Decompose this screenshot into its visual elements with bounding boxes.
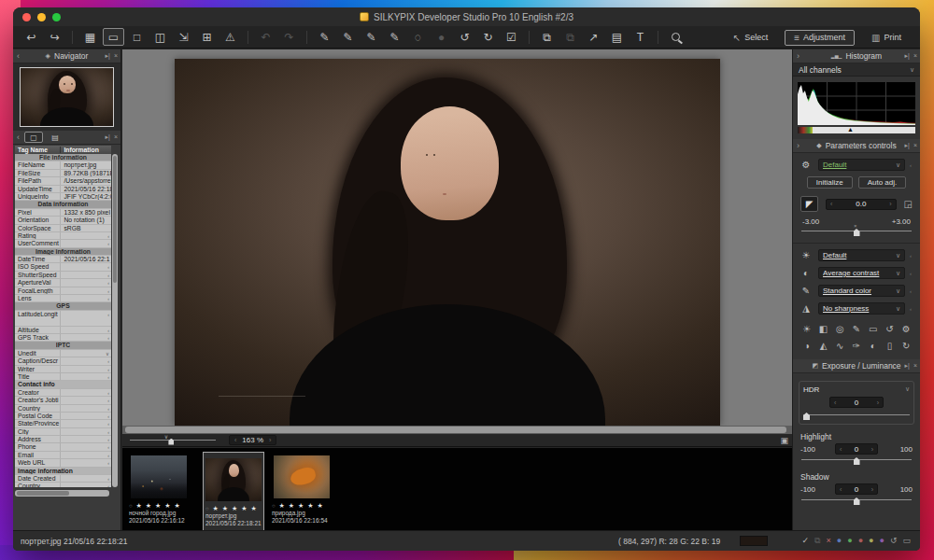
- table-row[interactable]: UserComment ‹: [15, 240, 111, 247]
- marker-yellow-icon[interactable]: ●: [869, 537, 873, 545]
- spinner-increase-icon[interactable]: ›: [871, 486, 873, 493]
- close-panel-icon[interactable]: ×: [114, 133, 118, 141]
- marking-pen-2-icon[interactable]: ✎: [337, 28, 359, 46]
- selection-frame-icon[interactable]: ◌: [407, 28, 429, 46]
- fullscreen-mode-icon[interactable]: ⇲: [173, 28, 194, 46]
- warning-display-icon[interactable]: ⚠: [219, 28, 241, 46]
- preset-dropdown[interactable]: Default ∨: [818, 159, 905, 171]
- white-balance-dropdown[interactable]: Default ∨: [818, 249, 905, 261]
- float-panel-icon[interactable]: ▸|: [905, 362, 910, 370]
- table-row[interactable]: ShutterSpeed ‹: [15, 272, 111, 279]
- spinner-decrease-icon[interactable]: ‹: [834, 399, 836, 406]
- folder-tab[interactable]: ▤: [46, 132, 64, 143]
- spinner-increase-icon[interactable]: ›: [871, 446, 873, 453]
- histogram-range-slider[interactable]: ▲: [798, 127, 915, 133]
- preview-canvas[interactable]: [122, 49, 792, 426]
- parameter-settings-icon[interactable]: ⚙: [898, 322, 914, 336]
- float-panel-icon[interactable]: ▸|: [905, 52, 910, 60]
- copy-mark-icon[interactable]: ⧉: [814, 537, 820, 545]
- combination-mode-icon[interactable]: ▭: [103, 28, 124, 46]
- dodge-burn-icon[interactable]: ☀: [799, 322, 815, 336]
- table-row[interactable]: Address ‹: [15, 436, 111, 443]
- collapse-right-icon[interactable]: ›: [797, 51, 800, 61]
- table-row[interactable]: File information: [15, 154, 111, 161]
- exposure-slider[interactable]: ×: [801, 226, 912, 236]
- canvas-horizontal-scrollbar[interactable]: [122, 426, 792, 434]
- next-image-icon[interactable]: ↻: [477, 28, 499, 46]
- star-rating[interactable]: ○ ★ ★ ★ ★ ★: [129, 502, 189, 510]
- star-rating[interactable]: ○ ★ ★ ★ ★ ★: [205, 505, 262, 512]
- zoom-decrease-icon[interactable]: ‹: [234, 437, 236, 443]
- table-row[interactable]: Unedit ∨: [15, 350, 111, 357]
- thumbnail-portrait[interactable]: [205, 458, 262, 501]
- reject-mark-icon[interactable]: ×: [826, 537, 830, 545]
- thumbnail-night-city[interactable]: [131, 455, 187, 498]
- rotation-icon[interactable]: ↺: [882, 322, 899, 336]
- table-row[interactable]: State/Province ‹: [15, 420, 111, 427]
- table-row[interactable]: Title ‹: [15, 373, 111, 381]
- crop-tool-icon[interactable]: ▯: [882, 339, 899, 353]
- table-row[interactable]: Writer ‹: [15, 366, 111, 373]
- tone-curve-icon[interactable]: ◧: [815, 322, 832, 336]
- preset-side-icon[interactable]: ‹: [910, 162, 914, 168]
- table-row[interactable]: UpdateTime 2021/05/16 22:18:: [15, 186, 111, 193]
- loupe-tool-button[interactable]: [665, 28, 686, 46]
- exposure-bias-spinner[interactable]: ‹ 0.0 ›: [826, 199, 897, 210]
- adjustment-mode-button[interactable]: ≡ Adjustment: [785, 30, 855, 46]
- information-tab[interactable]: ▢: [24, 132, 43, 143]
- display-settings-icon[interactable]: ▤: [606, 28, 628, 46]
- zoom-increase-icon[interactable]: ›: [269, 437, 271, 443]
- table-row[interactable]: Caption/Descr ‹: [15, 357, 111, 365]
- text-tool-icon[interactable]: T: [630, 28, 651, 46]
- filmstrip-item-1[interactable]: ○ ★ ★ ★ ★ ★ ночной город.jpg 2021/05/16 …: [129, 455, 189, 525]
- soft-focus-icon[interactable]: ◎: [831, 322, 848, 336]
- table-row[interactable]: Pixel 1332 x 850 pixel: [15, 209, 111, 217]
- previous-image-icon[interactable]: ↺: [454, 28, 475, 46]
- refresh-icon[interactable]: ↻: [898, 339, 914, 353]
- marker-purple-icon[interactable]: ●: [880, 537, 884, 545]
- table-row[interactable]: ISO Speed ‹: [15, 263, 111, 271]
- compare-mode-icon[interactable]: ◫: [149, 28, 171, 46]
- display-toggle-icon[interactable]: ▣: [780, 436, 788, 445]
- undo-status-icon[interactable]: ↺: [890, 537, 898, 545]
- zoom-slider[interactable]: ∨: [130, 435, 216, 446]
- hdr-slider[interactable]: [803, 410, 910, 420]
- initialize-button[interactable]: Initialize: [807, 176, 853, 189]
- copy-parameters-icon[interactable]: ⧉: [536, 28, 558, 46]
- marker-red-icon[interactable]: ●: [858, 537, 863, 545]
- table-row[interactable]: UniqueInfo JFIF YCbCr(4:2:0)Pr: [15, 193, 111, 201]
- filmstrip-item-3[interactable]: ○ ★ ★ ★ ★ ★ природа.jpg 2021/05/16 22:16…: [272, 455, 332, 525]
- table-row[interactable]: FileName портрет.jpg: [15, 161, 111, 169]
- table-row[interactable]: FilePath /Users/appstorrent: [15, 177, 111, 185]
- white-balance-side-icon[interactable]: ‹: [910, 253, 914, 259]
- table-row[interactable]: Creator's Jobti ‹: [15, 397, 111, 404]
- table-row[interactable]: Country ‹: [15, 483, 111, 487]
- collapse-left-icon[interactable]: ‹: [17, 133, 20, 142]
- filmstrip-item-2-selected[interactable]: ○ ★ ★ ★ ★ ★ портрет.jpg 2021/05/16 22:18…: [203, 452, 264, 532]
- preview-photo[interactable]: [175, 59, 720, 426]
- float-panel-icon[interactable]: ▸|: [106, 52, 110, 60]
- color-side-icon[interactable]: ‹: [910, 288, 914, 294]
- table-row[interactable]: Image information: [15, 248, 111, 256]
- exposure-fine-icon[interactable]: ◲: [904, 199, 913, 209]
- histogram-marker-icon[interactable]: ▲: [847, 126, 854, 133]
- preview-mode-icon[interactable]: □: [126, 28, 148, 46]
- close-panel-icon[interactable]: ×: [913, 52, 917, 60]
- gear-icon[interactable]: ⚙: [799, 160, 814, 170]
- table-row[interactable]: Country ‹: [15, 405, 111, 413]
- float-panel-icon[interactable]: ▸|: [905, 142, 910, 149]
- table-row[interactable]: Contact info: [15, 381, 111, 388]
- table-row[interactable]: Web URL ‹: [15, 459, 111, 467]
- marking-pen-3-icon[interactable]: ✎: [361, 28, 382, 46]
- table-row[interactable]: Altitude ‹: [15, 327, 111, 334]
- rotate-counterclockwise-icon[interactable]: ↩: [21, 28, 42, 46]
- table-row[interactable]: Postal Code ‹: [15, 413, 111, 420]
- spinner-decrease-icon[interactable]: ‹: [830, 201, 832, 207]
- thumbnail-mode-icon[interactable]: ▦: [79, 28, 101, 46]
- multi-preview-mode-icon[interactable]: ⊞: [196, 28, 218, 46]
- hdr-dropdown[interactable]: HDR ∨: [803, 384, 910, 395]
- color-dropdown[interactable]: Standard color ∨: [818, 285, 905, 297]
- hdr-spinner[interactable]: ‹ 0 ›: [829, 397, 884, 408]
- trimming-icon[interactable]: ▭: [865, 322, 882, 336]
- table-row[interactable]: LatitudeLongit ‹: [15, 311, 111, 327]
